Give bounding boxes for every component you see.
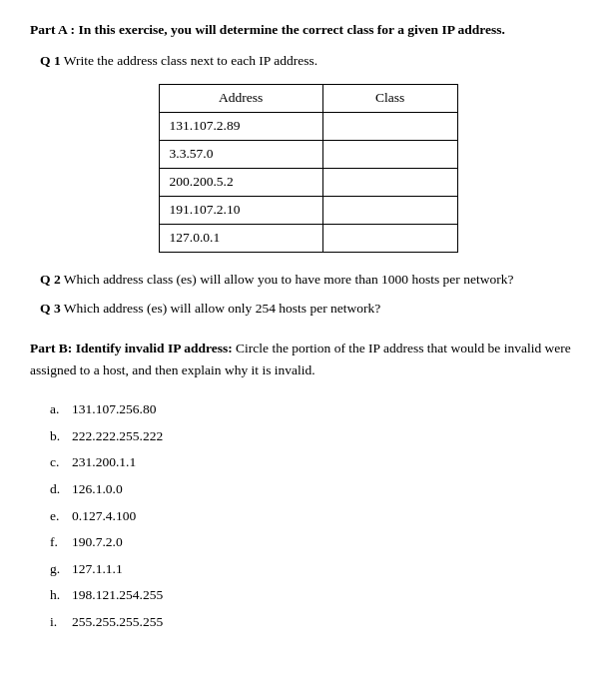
list-item: e.0.127.4.100 — [50, 505, 586, 527]
ip-table-container: Address Class 131.107.2.893.3.57.0200.20… — [159, 84, 458, 253]
class-cell — [322, 196, 457, 224]
q1-text: Write the address class next to each IP … — [61, 53, 317, 68]
table-row: 191.107.2.10 — [159, 196, 457, 224]
list-item: c.231.200.1.1 — [50, 451, 586, 473]
table-row: 3.3.57.0 — [159, 140, 457, 168]
class-cell — [322, 168, 457, 196]
list-item-value: 255.255.255.255 — [72, 611, 163, 633]
q1-label: Q 1 — [40, 53, 61, 68]
q3-label: Q 3 — [40, 301, 61, 316]
list-item-label: d. — [50, 478, 72, 500]
list-item-label: f. — [50, 531, 72, 553]
list-item-label: e. — [50, 505, 72, 527]
question-2: Q 2 Which address class (es) will allow … — [40, 269, 586, 291]
address-cell: 3.3.57.0 — [159, 140, 322, 168]
list-item-value: 198.121.254.255 — [72, 584, 163, 606]
address-cell: 131.107.2.89 — [159, 112, 322, 140]
invalid-ip-list: a.131.107.256.80b.222.222.255.222c.231.2… — [50, 398, 586, 632]
part-b-section: Part B: Identify invalid IP address: Cir… — [30, 338, 586, 380]
q2-text: Which address class (es) will allow you … — [61, 272, 514, 287]
q3-text: Which address (es) will allow only 254 h… — [61, 301, 381, 316]
list-item-value: 126.1.0.0 — [72, 478, 123, 500]
list-item: b.222.222.255.222 — [50, 425, 586, 447]
class-cell — [322, 140, 457, 168]
address-cell: 200.200.5.2 — [159, 168, 322, 196]
list-item: d.126.1.0.0 — [50, 478, 586, 500]
list-item-label: c. — [50, 451, 72, 473]
class-cell — [322, 224, 457, 252]
list-item-value: 131.107.256.80 — [72, 398, 156, 420]
address-cell: 191.107.2.10 — [159, 196, 322, 224]
table-row: 200.200.5.2 — [159, 168, 457, 196]
list-item-value: 190.7.2.0 — [72, 531, 123, 553]
list-item: a.131.107.256.80 — [50, 398, 586, 420]
list-item-label: a. — [50, 398, 72, 420]
col-class-header: Class — [322, 84, 457, 112]
list-item-value: 222.222.255.222 — [72, 425, 163, 447]
question-1: Q 1 Write the address class next to each… — [40, 50, 586, 72]
list-item-value: 127.1.1.1 — [72, 558, 123, 580]
address-cell: 127.0.0.1 — [159, 224, 322, 252]
part-a-text: In this exercise, you will determine the… — [75, 22, 505, 37]
part-a-label: Part A : — [30, 22, 75, 37]
list-item: g.127.1.1.1 — [50, 558, 586, 580]
list-item-label: g. — [50, 558, 72, 580]
list-item: h.198.121.254.255 — [50, 584, 586, 606]
list-item: f.190.7.2.0 — [50, 531, 586, 553]
question-3: Q 3 Which address (es) will allow only 2… — [40, 298, 586, 320]
list-item-label: h. — [50, 584, 72, 606]
table-row: 131.107.2.89 — [159, 112, 457, 140]
list-item-label: i. — [50, 611, 72, 633]
col-address-header: Address — [159, 84, 322, 112]
list-item-value: 0.127.4.100 — [72, 505, 136, 527]
ip-address-table: Address Class 131.107.2.893.3.57.0200.20… — [159, 84, 458, 253]
table-row: 127.0.0.1 — [159, 224, 457, 252]
list-item-label: b. — [50, 425, 72, 447]
list-item-value: 231.200.1.1 — [72, 451, 136, 473]
part-b-header: Part B: Identify invalid IP address: — [30, 341, 233, 355]
part-a-header: Part A : In this exercise, you will dete… — [30, 20, 586, 40]
class-cell — [322, 112, 457, 140]
q2-label: Q 2 — [40, 272, 61, 287]
list-item: i.255.255.255.255 — [50, 611, 586, 633]
